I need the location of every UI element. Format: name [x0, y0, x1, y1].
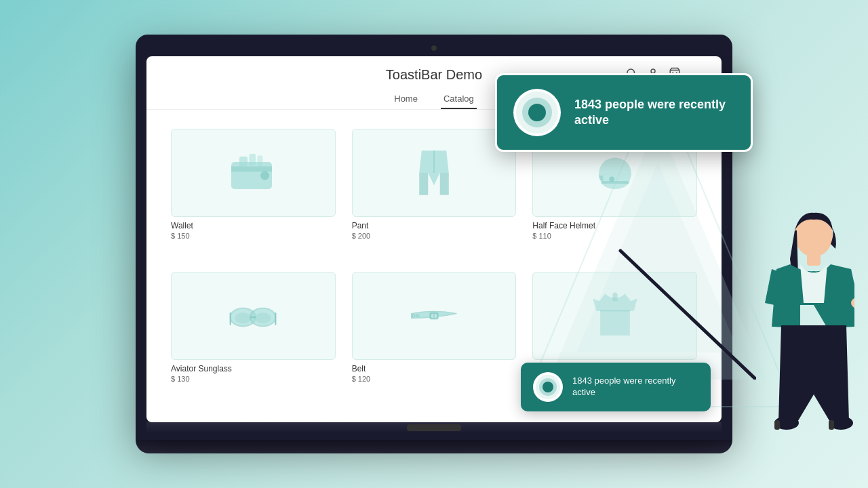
- svg-rect-35: [829, 420, 834, 430]
- laptop-trackpad: [407, 424, 461, 431]
- svg-point-21: [255, 312, 271, 323]
- nav-home[interactable]: Home: [391, 89, 420, 109]
- product-sunglass[interactable]: Aviator Sunglass $ 130: [163, 266, 344, 409]
- product-belt[interactable]: Belt $ 120: [344, 266, 525, 409]
- laptop-stand: [136, 440, 732, 453]
- product-price-wallet: $ 150: [171, 232, 336, 240]
- product-wallet[interactable]: Wallet $ 150: [163, 123, 344, 266]
- nav-catalog[interactable]: Catalog: [441, 89, 477, 109]
- svg-rect-10: [239, 157, 248, 166]
- svg-rect-34: [774, 420, 780, 430]
- svg-rect-12: [258, 155, 263, 166]
- product-name-wallet: Wallet: [171, 221, 336, 230]
- svg-rect-8: [231, 166, 272, 171]
- product-price-sunglass: $ 130: [171, 375, 336, 383]
- product-price-pant: $ 200: [352, 232, 517, 240]
- svg-rect-30: [807, 253, 821, 266]
- toast-notification-large: 1843 people were recently active: [495, 73, 753, 152]
- toast-icon-large: [513, 89, 561, 136]
- laptop-camera: [431, 45, 437, 51]
- product-image-pant: [352, 129, 517, 217]
- product-image-belt: [352, 272, 517, 360]
- toast-text-small: 1843 people were recently active: [572, 375, 698, 399]
- person-illustration: [726, 205, 854, 476]
- svg-rect-11: [250, 154, 256, 166]
- toast-notification-small: 1843 people were recently active: [521, 363, 711, 411]
- product-price-belt: $ 120: [352, 375, 517, 383]
- product-image-wallet: [171, 129, 336, 217]
- toast-icon-small: [533, 372, 563, 402]
- toast-text-large: 1843 people were recently active: [574, 97, 734, 129]
- product-name-pant: Pant: [352, 221, 517, 230]
- product-name-belt: Belt: [352, 364, 517, 373]
- svg-point-9: [261, 171, 270, 180]
- product-name-sunglass: Aviator Sunglass: [171, 364, 336, 373]
- product-image-sunglass: [171, 272, 336, 360]
- svg-point-20: [235, 312, 252, 323]
- laptop-base: [146, 422, 722, 433]
